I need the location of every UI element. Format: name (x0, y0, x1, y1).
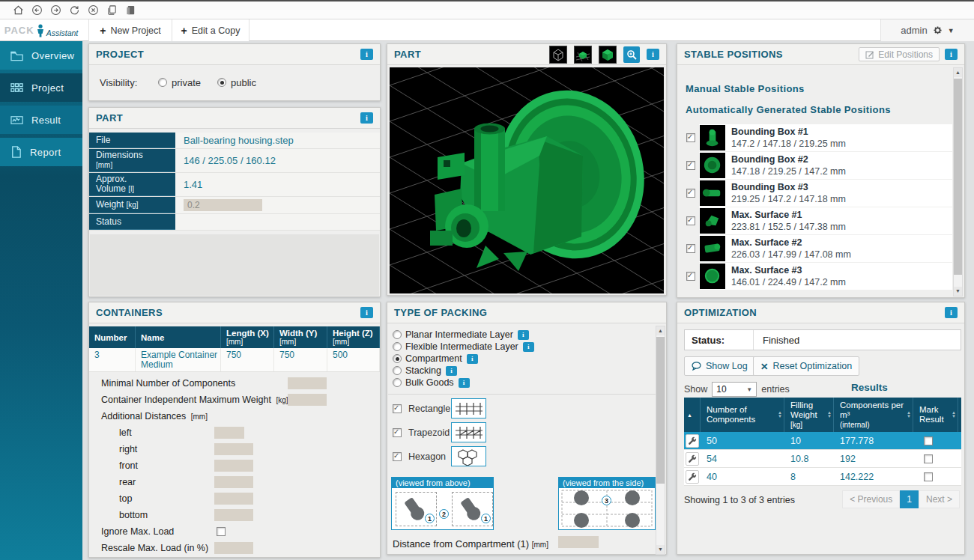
results-row[interactable]: 40 8 142.222 (684, 468, 961, 486)
user-menu[interactable]: admin ▼ (880, 19, 974, 41)
stable-position-checkbox[interactable] (686, 272, 695, 281)
info-icon[interactable]: i (360, 307, 373, 318)
stable-position-card[interactable]: Max. Surface #2226.03 / 147.99 / 147.08 … (699, 235, 952, 262)
info-icon[interactable]: i (467, 354, 478, 364)
wrench-icon[interactable] (686, 434, 699, 448)
distance-right-input[interactable] (214, 443, 253, 455)
next-page-button[interactable]: Next > (919, 490, 960, 508)
stable-position-checkbox[interactable] (686, 189, 695, 198)
packing-option-bulk-goods[interactable]: Bulk Goodsi (393, 377, 665, 389)
stable-position-item[interactable]: Max. Surface #1223.81 / 152.5 / 147.38 m… (677, 207, 952, 234)
wrench-icon[interactable] (686, 452, 699, 466)
info-icon[interactable]: i (945, 307, 958, 318)
previous-page-button[interactable]: < Previous (842, 490, 900, 508)
scroll-up-arrow[interactable]: ▲ (954, 68, 962, 77)
info-icon[interactable]: i (446, 366, 457, 376)
weight-input[interactable] (184, 199, 262, 211)
stable-position-item[interactable]: Max. Surface #3146.01 / 224.49 / 147.2 m… (677, 263, 952, 290)
sidebar-item-overview[interactable]: Overview (0, 41, 82, 70)
distance-front-input[interactable] (214, 460, 253, 472)
refresh-icon[interactable] (68, 4, 80, 16)
stable-position-item[interactable]: Bounding Box #3219.25 / 147.2 / 147.18 m… (677, 180, 952, 207)
show-log-button[interactable]: Show Log (684, 356, 755, 376)
results-col-header[interactable]: Filling Weight[kg]▲▼ (784, 398, 834, 432)
stable-positions-scrollbar[interactable]: ▲ ▼ (953, 67, 963, 296)
packing-option-flexible-intermediate-layer[interactable]: Flexible Intermediate Layeri (393, 341, 665, 353)
forward-icon[interactable] (49, 4, 61, 16)
stable-position-card[interactable]: Max. Surface #3146.01 / 224.49 / 147.2 m… (699, 263, 952, 290)
distance-left-input[interactable] (214, 427, 244, 439)
stable-position-item[interactable]: Bounding Box #1147.2 / 147.18 / 219.25 m… (677, 124, 952, 151)
stable-position-card[interactable]: Max. Surface #1223.81 / 152.5 / 147.38 m… (699, 207, 952, 234)
radio-button[interactable] (393, 330, 402, 339)
sidebar-item-project[interactable]: Project (0, 73, 82, 102)
scroll-up-arrow[interactable]: ▲ (656, 326, 665, 335)
results-row[interactable]: 50 10 177.778 (684, 432, 961, 450)
part-info-value[interactable] (175, 197, 380, 213)
solid-view-thumbnail[interactable] (599, 46, 617, 64)
stable-position-checkbox[interactable] (686, 216, 695, 225)
page-size-select[interactable]: 10▼ (712, 382, 757, 397)
paste-icon[interactable] (124, 4, 136, 16)
sidebar-item-report[interactable]: Report (0, 138, 82, 166)
edit-a-copy-button[interactable]: +Edit a Copy (172, 19, 249, 41)
visibility-public-radio[interactable] (217, 78, 226, 87)
packing-option-compartment[interactable]: Compartmenti (393, 353, 665, 365)
hexagon-checkbox[interactable] (393, 452, 402, 461)
info-icon[interactable]: i (360, 112, 373, 124)
close-icon[interactable] (87, 4, 99, 16)
scroll-down-arrow[interactable]: ▼ (954, 287, 962, 296)
stable-position-card[interactable]: Bounding Box #1147.2 / 147.18 / 219.25 m… (699, 124, 952, 151)
stable-position-card[interactable]: Bounding Box #3219.25 / 147.2 / 147.18 m… (699, 180, 952, 207)
new-project-button[interactable]: +New Project (88, 19, 172, 41)
mesh-view-thumbnail[interactable] (574, 46, 592, 64)
page-1-button[interactable]: 1 (900, 490, 919, 508)
copy-icon[interactable] (106, 4, 118, 16)
info-icon[interactable]: i (523, 342, 534, 352)
distance-top-input[interactable] (214, 493, 253, 505)
distance-rear-input[interactable] (214, 476, 253, 488)
mark-result-checkbox[interactable] (924, 454, 933, 463)
results-row[interactable]: 54 10.8 192 (684, 450, 961, 468)
wrench-icon[interactable] (686, 470, 699, 484)
stable-position-item[interactable]: Max. Surface #2226.03 / 147.99 / 147.08 … (677, 235, 952, 262)
mark-result-checkbox[interactable] (924, 472, 933, 481)
distance-from-compartment-input[interactable] (558, 536, 599, 548)
stable-position-item[interactable]: Bounding Box #2147.18 / 219.25 / 147.2 m… (677, 152, 952, 179)
stable-position-checkbox[interactable] (686, 244, 695, 253)
zoom-icon[interactable] (623, 46, 640, 63)
radio-button[interactable] (393, 354, 402, 363)
results-col-header[interactable]: Components per m³(internal)▲▼ (834, 398, 913, 432)
part-3d-viewport[interactable] (390, 67, 664, 293)
containers-table-row[interactable]: 3Example Container Medium750750500 (89, 348, 380, 372)
scrollbar-thumb[interactable] (656, 337, 665, 484)
stable-position-card[interactable]: Bounding Box #2147.18 / 219.25 / 147.2 m… (699, 152, 952, 179)
info-icon[interactable]: i (647, 49, 659, 60)
info-icon[interactable]: i (360, 49, 373, 60)
scrollbar-thumb[interactable] (954, 79, 962, 275)
rescale-max-load-input[interactable] (214, 542, 253, 554)
distance-bottom-input[interactable] (214, 509, 253, 521)
results-col-header[interactable]: Number of Components▲▼ (701, 398, 784, 432)
info-icon[interactable]: i (518, 330, 529, 340)
edit-positions-button[interactable]: Edit Positions (859, 47, 940, 61)
container-independent-maximum-weight-input[interactable] (288, 394, 327, 406)
mark-result-checkbox[interactable] (924, 436, 933, 445)
reset-optimization-button[interactable]: ✕ Reset Optimization (753, 356, 859, 376)
minimal-number-of-components-input[interactable] (288, 377, 327, 389)
visibility-private-radio[interactable] (158, 78, 167, 87)
radio-button[interactable] (393, 366, 402, 375)
rectangle-checkbox[interactable] (393, 404, 402, 413)
stable-position-checkbox[interactable] (686, 133, 695, 142)
info-icon[interactable]: i (459, 378, 470, 388)
wireframe-view-thumbnail[interactable] (549, 46, 567, 64)
ignore-max-load-checkbox[interactable] (217, 527, 226, 536)
sort-column-header[interactable]: ▲ (684, 398, 701, 432)
radio-button[interactable] (393, 378, 402, 387)
results-col-header[interactable]: Mark Result▲▼ (913, 398, 958, 432)
sidebar-item-result[interactable]: Result (0, 106, 82, 134)
info-icon[interactable]: i (945, 49, 958, 60)
packing-option-planar-intermediate-layer[interactable]: Planar Intermediate Layeri (393, 329, 665, 341)
radio-button[interactable] (393, 342, 402, 351)
stable-position-checkbox[interactable] (686, 161, 695, 170)
